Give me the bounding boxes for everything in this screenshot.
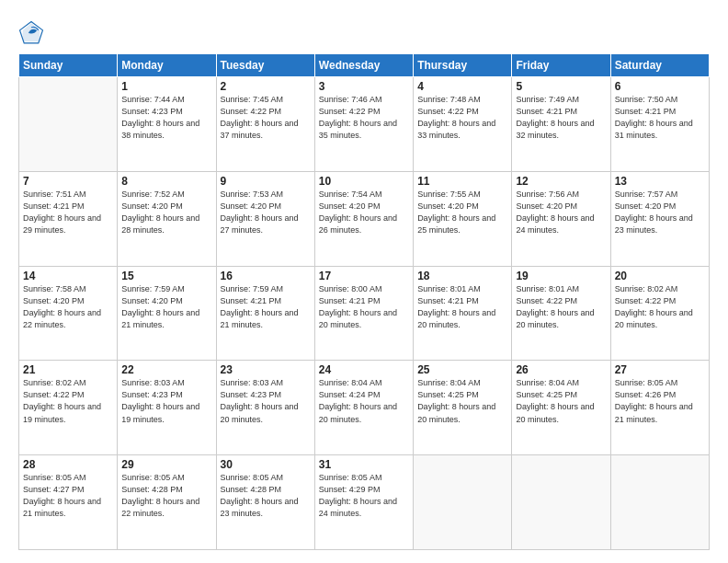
day-number: 27 <box>615 363 705 376</box>
day-detail: Sunrise: 7:53 AMSunset: 4:20 PMDaylight:… <box>221 189 311 236</box>
calendar-cell: 13Sunrise: 7:57 AMSunset: 4:20 PMDayligh… <box>610 171 709 266</box>
weekday-row: SundayMondayTuesdayWednesdayThursdayFrid… <box>19 54 710 77</box>
calendar-cell: 17Sunrise: 8:00 AMSunset: 4:21 PMDayligh… <box>314 266 413 361</box>
calendar-week-2: 14Sunrise: 7:58 AMSunset: 4:20 PMDayligh… <box>19 266 710 361</box>
day-number: 11 <box>417 175 507 188</box>
day-detail: Sunrise: 7:52 AMSunset: 4:20 PMDaylight:… <box>121 189 211 236</box>
day-number: 10 <box>319 175 409 188</box>
day-detail: Sunrise: 8:05 AMSunset: 4:27 PMDaylight:… <box>23 472 113 520</box>
calendar-cell <box>414 455 512 550</box>
day-number: 22 <box>121 363 211 376</box>
weekday-header-wednesday: Wednesday <box>314 54 413 77</box>
calendar-cell: 29Sunrise: 8:05 AMSunset: 4:28 PMDayligh… <box>118 455 216 550</box>
weekday-header-monday: Monday <box>118 54 216 77</box>
calendar-cell: 20Sunrise: 8:02 AMSunset: 4:22 PMDayligh… <box>610 266 709 361</box>
day-number: 15 <box>121 270 211 282</box>
day-detail: Sunrise: 7:46 AMSunset: 4:22 PMDaylight:… <box>319 94 409 142</box>
day-detail: Sunrise: 8:02 AMSunset: 4:22 PMDaylight:… <box>615 283 705 331</box>
day-detail: Sunrise: 7:59 AMSunset: 4:21 PMDaylight:… <box>221 283 311 331</box>
calendar-week-4: 28Sunrise: 8:05 AMSunset: 4:27 PMDayligh… <box>19 455 710 550</box>
day-detail: Sunrise: 8:00 AMSunset: 4:21 PMDaylight:… <box>319 283 409 331</box>
calendar-cell: 7Sunrise: 7:51 AMSunset: 4:21 PMDaylight… <box>19 171 118 266</box>
day-number: 20 <box>615 270 705 282</box>
calendar-cell: 22Sunrise: 8:03 AMSunset: 4:23 PMDayligh… <box>118 361 216 455</box>
weekday-header-saturday: Saturday <box>610 54 709 77</box>
day-detail: Sunrise: 7:48 AMSunset: 4:22 PMDaylight:… <box>417 94 507 142</box>
calendar-cell: 1Sunrise: 7:44 AMSunset: 4:23 PMDaylight… <box>118 77 216 172</box>
day-number: 31 <box>319 458 409 471</box>
day-number: 21 <box>23 363 113 376</box>
day-number: 30 <box>221 458 311 471</box>
calendar-cell: 19Sunrise: 8:01 AMSunset: 4:22 PMDayligh… <box>512 266 610 361</box>
day-detail: Sunrise: 8:05 AMSunset: 4:28 PMDaylight:… <box>221 472 311 520</box>
calendar-cell: 21Sunrise: 8:02 AMSunset: 4:22 PMDayligh… <box>19 361 118 455</box>
day-detail: Sunrise: 7:44 AMSunset: 4:23 PMDaylight:… <box>121 94 211 142</box>
day-detail: Sunrise: 7:56 AMSunset: 4:20 PMDaylight:… <box>516 189 606 236</box>
calendar-week-0: 1Sunrise: 7:44 AMSunset: 4:23 PMDaylight… <box>19 77 710 172</box>
day-detail: Sunrise: 8:01 AMSunset: 4:21 PMDaylight:… <box>417 283 507 331</box>
calendar-week-3: 21Sunrise: 8:02 AMSunset: 4:22 PMDayligh… <box>19 361 710 455</box>
day-number: 18 <box>417 270 507 282</box>
day-detail: Sunrise: 8:04 AMSunset: 4:25 PMDaylight:… <box>417 377 507 425</box>
logo-icon <box>18 20 44 46</box>
calendar-cell <box>610 455 709 550</box>
calendar-cell: 14Sunrise: 7:58 AMSunset: 4:20 PMDayligh… <box>19 266 118 361</box>
day-number: 23 <box>221 363 311 376</box>
logo <box>18 20 46 46</box>
calendar-cell: 26Sunrise: 8:04 AMSunset: 4:25 PMDayligh… <box>512 361 610 455</box>
day-number: 28 <box>23 458 113 471</box>
calendar-cell: 3Sunrise: 7:46 AMSunset: 4:22 PMDaylight… <box>314 77 413 172</box>
page: SundayMondayTuesdayWednesdayThursdayFrid… <box>0 0 728 563</box>
weekday-header-thursday: Thursday <box>414 54 512 77</box>
day-number: 17 <box>319 270 409 282</box>
day-number: 16 <box>221 270 311 282</box>
calendar-cell <box>19 77 118 172</box>
day-number: 8 <box>121 175 211 188</box>
day-detail: Sunrise: 7:51 AMSunset: 4:21 PMDaylight:… <box>23 189 113 236</box>
calendar-cell: 23Sunrise: 8:03 AMSunset: 4:23 PMDayligh… <box>216 361 314 455</box>
day-detail: Sunrise: 7:50 AMSunset: 4:21 PMDaylight:… <box>615 94 705 142</box>
day-number: 9 <box>221 175 311 188</box>
calendar-cell: 4Sunrise: 7:48 AMSunset: 4:22 PMDaylight… <box>414 77 512 172</box>
day-detail: Sunrise: 7:54 AMSunset: 4:20 PMDaylight:… <box>319 189 409 236</box>
day-number: 24 <box>319 363 409 376</box>
day-detail: Sunrise: 8:01 AMSunset: 4:22 PMDaylight:… <box>516 283 606 331</box>
calendar-cell: 30Sunrise: 8:05 AMSunset: 4:28 PMDayligh… <box>216 455 314 550</box>
day-number: 13 <box>615 175 705 188</box>
calendar-cell: 6Sunrise: 7:50 AMSunset: 4:21 PMDaylight… <box>610 77 709 172</box>
calendar-cell: 5Sunrise: 7:49 AMSunset: 4:21 PMDaylight… <box>512 77 610 172</box>
calendar-cell: 31Sunrise: 8:05 AMSunset: 4:29 PMDayligh… <box>314 455 413 550</box>
day-number: 29 <box>121 458 211 471</box>
weekday-header-friday: Friday <box>512 54 610 77</box>
calendar-cell: 16Sunrise: 7:59 AMSunset: 4:21 PMDayligh… <box>216 266 314 361</box>
calendar-cell: 25Sunrise: 8:04 AMSunset: 4:25 PMDayligh… <box>414 361 512 455</box>
day-detail: Sunrise: 8:05 AMSunset: 4:26 PMDaylight:… <box>615 377 705 425</box>
calendar-cell: 10Sunrise: 7:54 AMSunset: 4:20 PMDayligh… <box>314 171 413 266</box>
day-number: 14 <box>23 270 113 282</box>
day-number: 25 <box>417 363 507 376</box>
calendar-cell: 12Sunrise: 7:56 AMSunset: 4:20 PMDayligh… <box>512 171 610 266</box>
day-number: 6 <box>615 80 705 93</box>
day-detail: Sunrise: 7:45 AMSunset: 4:22 PMDaylight:… <box>221 94 311 142</box>
calendar-cell: 24Sunrise: 8:04 AMSunset: 4:24 PMDayligh… <box>314 361 413 455</box>
calendar-week-1: 7Sunrise: 7:51 AMSunset: 4:21 PMDaylight… <box>19 171 710 266</box>
day-number: 7 <box>23 175 113 188</box>
calendar-cell: 2Sunrise: 7:45 AMSunset: 4:22 PMDaylight… <box>216 77 314 172</box>
calendar-cell <box>512 455 610 550</box>
day-number: 19 <box>516 270 606 282</box>
calendar-cell: 15Sunrise: 7:59 AMSunset: 4:20 PMDayligh… <box>118 266 216 361</box>
day-detail: Sunrise: 8:03 AMSunset: 4:23 PMDaylight:… <box>221 377 311 425</box>
calendar-header: SundayMondayTuesdayWednesdayThursdayFrid… <box>19 54 710 77</box>
day-detail: Sunrise: 8:05 AMSunset: 4:29 PMDaylight:… <box>319 472 409 520</box>
day-detail: Sunrise: 7:59 AMSunset: 4:20 PMDaylight:… <box>121 283 211 331</box>
day-number: 26 <box>516 363 606 376</box>
day-detail: Sunrise: 8:03 AMSunset: 4:23 PMDaylight:… <box>121 377 211 425</box>
day-number: 12 <box>516 175 606 188</box>
calendar-cell: 28Sunrise: 8:05 AMSunset: 4:27 PMDayligh… <box>19 455 118 550</box>
weekday-header-tuesday: Tuesday <box>216 54 314 77</box>
day-number: 1 <box>121 80 211 93</box>
calendar-cell: 8Sunrise: 7:52 AMSunset: 4:20 PMDaylight… <box>118 171 216 266</box>
calendar-cell: 9Sunrise: 7:53 AMSunset: 4:20 PMDaylight… <box>216 171 314 266</box>
day-number: 4 <box>417 80 507 93</box>
day-detail: Sunrise: 8:04 AMSunset: 4:24 PMDaylight:… <box>319 377 409 425</box>
